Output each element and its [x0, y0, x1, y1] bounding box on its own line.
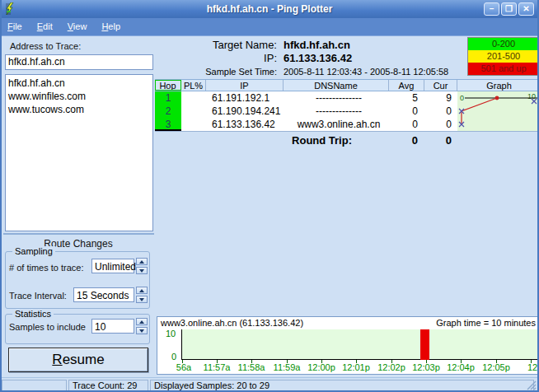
spin-up-button[interactable]	[136, 258, 148, 265]
avg-point-hop1	[495, 96, 499, 100]
title-bar[interactable]: hfkd.hf.ah.cn - Ping Plotter – ❐ ✕	[0, 0, 539, 18]
times-to-trace-label: # of times to trace:	[9, 263, 83, 273]
trace-interval-field[interactable]: 15 Seconds	[73, 287, 134, 302]
times-to-trace-field[interactable]: Unlimited	[91, 259, 134, 273]
legend-range-low: 0-200	[468, 38, 539, 50]
status-panel-empty	[2, 380, 67, 392]
latency-legend: 0-200 201-500 501 and up	[467, 37, 539, 76]
resize-grip[interactable]	[527, 380, 537, 390]
time-axis-label: 12:00p	[307, 362, 335, 372]
address-to-trace-label: Address to Trace:	[10, 41, 81, 51]
ping-plotter-window: hfkd.hf.ah.cn - Ping Plotter – ❐ ✕ File …	[0, 0, 539, 392]
pl-cell	[181, 118, 206, 131]
panel-splitter[interactable]	[3, 233, 154, 235]
sample-set-time-value: 2005-8-11 12:03:43 - 2005-8-11 12:05:58	[284, 67, 448, 77]
arrow-up-icon	[139, 320, 144, 324]
resume-button[interactable]: Resume	[8, 348, 148, 372]
address-list-item[interactable]: www.winfiles.com	[6, 90, 152, 103]
arrow-down-icon	[139, 269, 144, 273]
address-input[interactable]: hfkd.hf.ah.cn	[5, 54, 153, 70]
time-axis-label: 12:04p	[447, 362, 475, 372]
avg-cell: 0	[389, 118, 424, 131]
timeline-ymin-label: 0	[171, 352, 176, 362]
trace-interval-label: Trace Interval:	[9, 291, 67, 301]
spin-down-button[interactable]	[136, 267, 148, 274]
pl-cell	[181, 105, 206, 118]
menu-bar: File Edit View Help	[0, 18, 539, 36]
round-trip-avg: 0	[389, 134, 418, 147]
samples-stepper	[136, 318, 148, 334]
menu-help[interactable]: Help	[94, 18, 128, 35]
time-axis-label: 12:05p	[482, 362, 510, 372]
dns-cell: www3.online.ah.cn	[284, 118, 389, 131]
time-axis-label: 12:03p	[412, 362, 440, 372]
trace-table-header: Hop PL% IP DNSName Avg Cur Graph	[155, 79, 539, 91]
window-title: hfkd.hf.ah.cn - Ping Plotter	[0, 3, 539, 15]
column-header-cur[interactable]: Cur	[424, 80, 457, 91]
maximize-button[interactable]: ❐	[501, 2, 517, 16]
time-axis-label: 56a	[176, 362, 191, 372]
menu-edit[interactable]: Edit	[30, 18, 60, 35]
close-button[interactable]: ✕	[518, 2, 534, 16]
time-axis-label: 12:01p	[342, 362, 370, 372]
address-list-item[interactable]: www.tucows.com	[6, 103, 152, 116]
round-trip-label: Round Trip:	[155, 134, 352, 147]
spin-up-button[interactable]	[136, 287, 148, 294]
status-bar: Trace Count: 29 Displayed Samples: 20 to…	[0, 377, 539, 392]
target-name-label: Target Name:	[155, 39, 277, 51]
address-listbox: hfkd.hf.ah.cn www.winfiles.com www.tucow…	[5, 74, 153, 231]
time-axis-label: 12:02p	[377, 362, 405, 372]
column-header-graph[interactable]: Graph	[457, 80, 539, 91]
column-header-avg[interactable]: Avg	[389, 80, 424, 91]
column-header-pl[interactable]: PL%	[181, 80, 206, 91]
cur-cell: 9	[424, 91, 457, 105]
statistics-groupbox: Statistics Samples to include 10	[5, 314, 150, 344]
target-name-value: hfkd.hf.ah.cn	[284, 39, 350, 51]
spin-up-button[interactable]	[136, 318, 148, 325]
minimize-button[interactable]: –	[484, 2, 499, 16]
table-bottom-border	[155, 131, 539, 132]
time-axis-label: 11:59a	[274, 362, 301, 372]
cur-cell: 0	[424, 118, 457, 131]
column-header-hop[interactable]: Hop	[155, 80, 181, 91]
sample-set-time-label: Sample Set Time:	[155, 67, 277, 77]
menu-file[interactable]: File	[0, 18, 30, 35]
avg-cell: 5	[389, 91, 424, 105]
ip-cell: 61.191.192.1	[206, 91, 284, 105]
column-header-dns[interactable]: DNSName	[284, 80, 389, 91]
spin-down-button[interactable]	[136, 296, 148, 303]
spin-down-button[interactable]	[136, 327, 148, 334]
menu-view[interactable]: View	[60, 18, 95, 35]
legend-range-high: 501 and up	[468, 63, 539, 75]
ip-cell: 61.133.136.42	[206, 118, 284, 131]
avg-latency-line	[462, 98, 497, 124]
pl-cell	[181, 91, 206, 105]
timeline-plot-area[interactable]	[181, 329, 537, 360]
round-trip-cur: 0	[424, 134, 452, 147]
hop-latency-mini-graph: 0 10	[457, 91, 539, 131]
time-axis-label: 12	[527, 362, 537, 372]
displayed-samples-status: Displayed Samples: 20 to 29	[150, 380, 534, 392]
cur-cell: 0	[424, 105, 457, 118]
times-to-trace-stepper	[136, 258, 148, 274]
samples-to-include-label: Samples to include	[9, 322, 86, 332]
column-header-ip[interactable]: IP	[206, 80, 284, 91]
mini-graph-min-label: 0	[460, 94, 464, 102]
hop-cell: 1	[155, 91, 181, 105]
arrow-up-icon	[139, 260, 144, 264]
sampling-groupbox: Sampling # of times to trace: Unlimited …	[5, 251, 150, 309]
dns-cell: --------------	[284, 91, 389, 105]
hop-cell: 2	[155, 105, 181, 118]
statistics-group-title: Statistics	[12, 309, 54, 319]
sampling-group-title: Sampling	[12, 246, 55, 256]
ip-value: 61.133.136.42	[284, 52, 352, 64]
address-list-item[interactable]: hfkd.hf.ah.cn	[6, 77, 152, 90]
arrow-down-icon	[139, 298, 144, 301]
samples-to-include-field[interactable]: 10	[91, 319, 134, 334]
legend-range-mid: 201-500	[468, 50, 539, 63]
timeline-graph-panel: www3.online.ah.cn (61.133.136.42) Graph …	[157, 316, 539, 375]
avg-cell: 0	[389, 105, 424, 118]
arrow-up-icon	[139, 289, 144, 292]
timeline-ymax-label: 10	[166, 329, 176, 338]
time-axis-label: 11:57a	[204, 362, 231, 372]
